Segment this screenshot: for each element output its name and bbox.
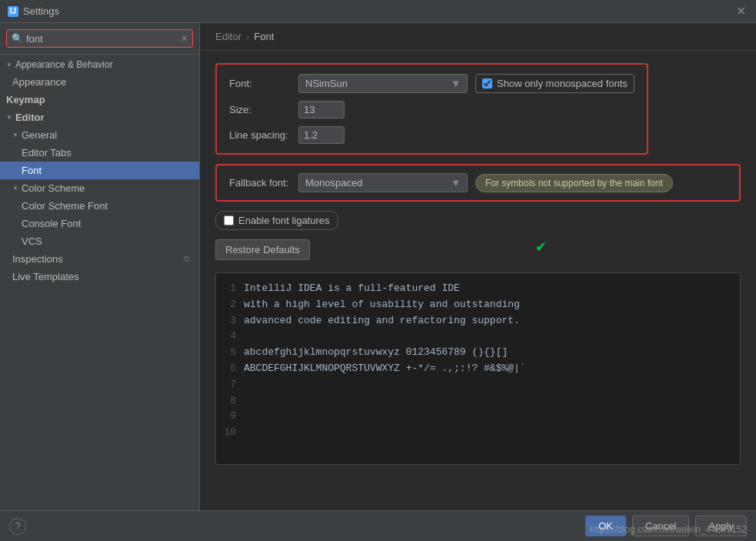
sidebar-section: Appearance & Behavior Appearance Keymap …	[0, 55, 199, 287]
font-dropdown[interactable]: NSimSun ▼	[298, 74, 468, 93]
sidebar-item-console-font[interactable]: Console Font	[0, 215, 199, 232]
preview-area: 1 IntelliJ IDEA is a full-featured IDE 2…	[215, 272, 741, 465]
ligatures-section: Enable font ligatures	[215, 211, 741, 230]
close-button[interactable]: ✕	[733, 4, 748, 19]
fallback-label: Fallback font:	[229, 177, 291, 189]
code-text: IntelliJ IDEA is a full-featured IDE	[244, 281, 460, 297]
breadcrumb-separator: ›	[246, 31, 249, 42]
sidebar-item-vcs[interactable]: VCS	[0, 232, 199, 250]
line-number: 4	[224, 329, 236, 345]
preview-line-10: 10	[224, 425, 732, 441]
code-text: with a high level of usability and outst…	[244, 297, 520, 313]
sidebar-item-label: General	[22, 129, 57, 141]
content-body: Font: NSimSun ▼ Show only monospaced fon…	[200, 51, 756, 510]
search-box: 🔍 ×	[0, 23, 199, 55]
checkmark-icon: ✔	[535, 239, 547, 255]
line-number: 8	[224, 393, 236, 409]
preview-line-3: 3 advanced code editing and refactoring …	[224, 313, 732, 329]
app-icon: IJ	[8, 6, 18, 17]
sidebar: 🔍 × Appearance & Behavior Appearance Key…	[0, 23, 200, 510]
preview-line-7: 7	[224, 377, 732, 393]
sidebar-item-label: Editor Tabs	[22, 147, 72, 159]
search-icon: 🔍	[12, 33, 23, 44]
font-value: NSimSun	[305, 78, 348, 89]
search-wrapper[interactable]: 🔍 ×	[6, 29, 193, 48]
dropdown-arrow-icon: ▼	[451, 78, 461, 89]
font-row: Font: NSimSun ▼ Show only monospaced fon…	[229, 74, 634, 93]
size-row: Size:	[229, 101, 634, 119]
preview-line-2: 2 with a high level of usability and out…	[224, 297, 732, 313]
ligatures-checkbox-wrapper[interactable]: Enable font ligatures	[215, 211, 338, 230]
triangle-icon	[6, 114, 12, 121]
line-spacing-input[interactable]	[298, 126, 345, 144]
preview-line-6: 6 ABCDEFGHIJKLMNOPQRSTUVWXYZ +-*/= .,;:!…	[224, 361, 732, 377]
line-number: 6	[224, 361, 236, 377]
main-layout: 🔍 × Appearance & Behavior Appearance Key…	[0, 23, 756, 510]
sidebar-item-label: Console Font	[22, 218, 81, 229]
watermark: https://blog.csdn.net/weixin_44347152	[590, 524, 747, 535]
fallback-value: Monospaced	[305, 177, 362, 189]
monospaced-label: Show only monospaced fonts	[497, 78, 628, 89]
sidebar-item-live-templates[interactable]: Live Templates	[0, 268, 199, 286]
content-area: Editor › Font Font: NSimSun ▼ Show only …	[200, 23, 756, 510]
breadcrumb-parent: Editor	[215, 31, 241, 42]
search-input[interactable]	[26, 33, 178, 45]
monospaced-checkbox-wrapper[interactable]: Show only monospaced fonts	[475, 74, 634, 93]
sidebar-item-font[interactable]: Font	[0, 162, 199, 179]
sidebar-item-label: Editor	[15, 112, 45, 123]
sidebar-item-label: Inspections	[12, 253, 63, 265]
font-settings-section: Font: NSimSun ▼ Show only monospaced fon…	[215, 63, 648, 155]
sidebar-item-label: Keymap	[6, 94, 45, 105]
sidebar-item-editor[interactable]: Editor	[0, 109, 199, 126]
code-text: ABCDEFGHIJKLMNOPQRSTUVWXYZ +-*/= .,;:!? …	[244, 361, 526, 377]
bottom-left: ?	[9, 518, 26, 535]
preview-line-1: 1 IntelliJ IDEA is a full-featured IDE	[224, 281, 732, 297]
size-label: Size:	[229, 104, 291, 115]
dropdown-arrow-icon: ▼	[451, 177, 461, 189]
breadcrumb: Editor › Font	[200, 23, 756, 51]
preview-line-8: 8	[224, 393, 732, 409]
triangle-icon	[12, 185, 18, 192]
preview-line-4: 4	[224, 329, 732, 345]
sidebar-item-label: Live Templates	[12, 271, 78, 282]
ligatures-checkbox[interactable]	[224, 215, 234, 225]
triangle-icon	[12, 132, 18, 139]
preview-line-9: 9	[224, 409, 732, 425]
sidebar-item-inspections[interactable]: Inspections ⧉	[0, 250, 199, 268]
size-input[interactable]	[298, 101, 345, 119]
code-text: advanced code editing and refactoring su…	[244, 313, 520, 329]
sidebar-item-label: Appearance	[12, 76, 66, 88]
ligatures-label: Enable font ligatures	[238, 215, 330, 226]
sidebar-item-appearance[interactable]: Appearance	[0, 73, 199, 91]
copy-icon: ⧉	[184, 254, 190, 264]
font-label: Font:	[229, 78, 291, 89]
sidebar-item-label: VCS	[22, 235, 42, 247]
fallback-font-section: Fallback font: Monospaced ▼ For symbols …	[215, 164, 741, 202]
line-number: 9	[224, 409, 236, 425]
search-clear-button[interactable]: ×	[182, 32, 188, 45]
sidebar-item-general[interactable]: General	[0, 126, 199, 144]
line-number: 10	[224, 425, 236, 441]
sidebar-item-label: Font	[22, 165, 42, 176]
triangle-icon	[6, 62, 12, 68]
breadcrumb-current: Font	[254, 31, 274, 42]
sidebar-item-appearance-behavior[interactable]: Appearance & Behavior	[0, 56, 199, 73]
sidebar-item-label: Color Scheme Font	[22, 200, 108, 212]
title-bar-left: IJ Settings	[8, 5, 59, 17]
preview-line-5: 5 abcdefghijklmnopqrstuvwxyz 0123456789 …	[224, 345, 732, 361]
sidebar-item-color-scheme[interactable]: Color Scheme	[0, 179, 199, 197]
fallback-tooltip: For symbols not supported by the main fo…	[475, 174, 673, 192]
sidebar-item-keymap[interactable]: Keymap	[0, 91, 199, 109]
help-button[interactable]: ?	[9, 518, 26, 535]
sidebar-item-color-scheme-font[interactable]: Color Scheme Font	[0, 197, 199, 215]
line-number: 3	[224, 313, 236, 329]
monospaced-checkbox[interactable]	[482, 78, 492, 88]
sidebar-item-label: Color Scheme	[22, 182, 85, 194]
restore-defaults-button[interactable]: Restore Defaults	[215, 239, 310, 260]
fallback-dropdown[interactable]: Monospaced ▼	[298, 173, 468, 192]
sidebar-item-editor-tabs[interactable]: Editor Tabs	[0, 144, 199, 162]
window-title: Settings	[23, 5, 59, 17]
title-bar: IJ Settings ✕	[0, 0, 756, 23]
line-number: 2	[224, 297, 236, 313]
line-number: 7	[224, 377, 236, 393]
